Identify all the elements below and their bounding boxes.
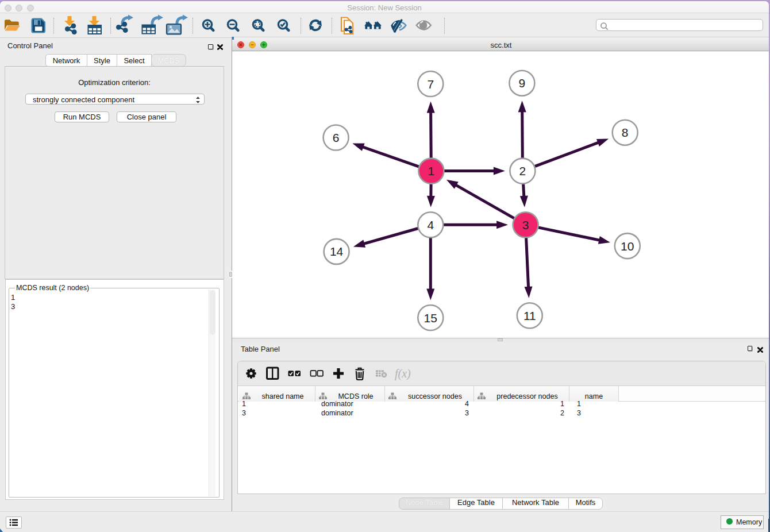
svg-text:2: 2 (519, 164, 526, 178)
svg-text:15: 15 (424, 311, 437, 325)
svg-text:14: 14 (330, 245, 344, 258)
svg-text:9: 9 (519, 76, 526, 90)
svg-text:10: 10 (621, 240, 634, 253)
svg-text:7: 7 (427, 78, 434, 91)
svg-text:4: 4 (427, 218, 434, 232)
svg-text:11: 11 (523, 309, 536, 322)
svg-text:1: 1 (428, 164, 435, 178)
svg-text:8: 8 (622, 126, 629, 139)
svg-text:6: 6 (333, 131, 340, 144)
svg-text:3: 3 (522, 218, 529, 232)
svg-text:f(x): f(x) (395, 367, 411, 380)
